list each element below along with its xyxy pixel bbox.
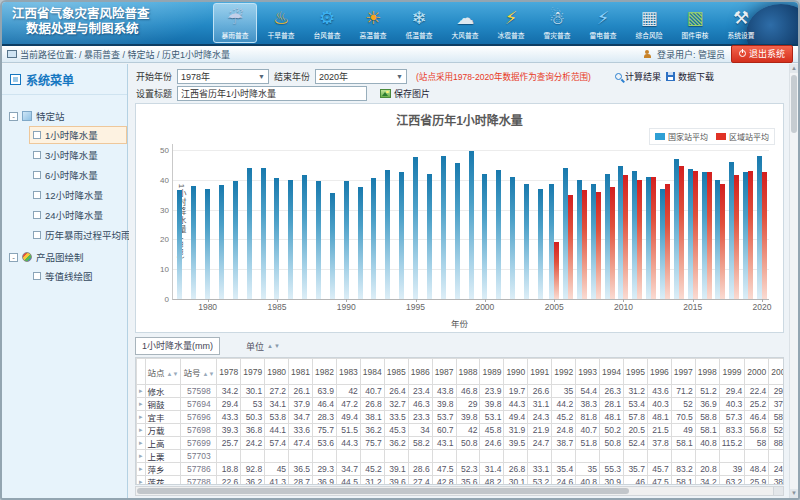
year-column-header[interactable]: 1983 <box>336 359 360 385</box>
year-column-header[interactable]: 1981 <box>289 359 313 385</box>
year-column-header[interactable]: 1992 <box>552 359 576 385</box>
station-id-column-header[interactable]: 站号▲▼ <box>181 359 217 385</box>
nav-item-gale-survey[interactable]: ☁大风普查 <box>443 3 487 43</box>
value-cell: 58 <box>745 437 769 450</box>
value-cell: 26.8 <box>504 463 528 476</box>
year-column-header[interactable]: 1987 <box>432 359 456 385</box>
tree-node-1[interactable]: -产品图绘制 <box>9 250 127 264</box>
expander-icon[interactable]: - <box>9 253 18 262</box>
table-row[interactable]: ▸宜丰5769643.350.353.834.728.349.438.133.5… <box>137 411 785 424</box>
nav-item-rainstorm-survey[interactable]: ☔暴雨普查 <box>213 3 257 43</box>
tree-leaf-等值线绘图[interactable]: 等值线绘图 <box>29 267 127 285</box>
nav-item-map-review[interactable]: ▧图件审核 <box>673 3 717 43</box>
row-expander-icon[interactable]: ▸ <box>137 424 146 437</box>
value-cell: 60.7 <box>432 424 456 437</box>
year-column-header[interactable]: 2001 <box>769 359 784 385</box>
station-column-header[interactable]: 站点▲▼ <box>145 359 181 385</box>
year-column-header[interactable]: 1980 <box>265 359 289 385</box>
year-column-header[interactable]: 1988 <box>456 359 480 385</box>
row-expander-icon[interactable]: ▸ <box>137 385 146 398</box>
table-row[interactable]: ▸莲花5778822.636.241.328.736.944.531.239.6… <box>137 476 785 486</box>
nav-item-lightning-survey[interactable]: ⚡雷电普查 <box>581 3 625 43</box>
hail-survey-icon: ⚡ <box>490 5 532 31</box>
year-column-header[interactable]: 1994 <box>600 359 624 385</box>
year-column-header[interactable]: 1998 <box>695 359 719 385</box>
year-column-header[interactable]: 2000 <box>745 359 769 385</box>
tree-node-0[interactable]: -特定站 <box>9 109 127 123</box>
x-tick-label: 1995 <box>406 302 425 312</box>
row-expander-icon[interactable]: ▸ <box>137 476 146 486</box>
year-column-header[interactable]: 1993 <box>576 359 600 385</box>
table-row[interactable]: ▸万载5769839.336.844.133.675.751.536.245.3… <box>137 424 785 437</box>
table-row[interactable]: ▸铜鼓5769429.45334.137.946.447.226.832.746… <box>137 398 785 411</box>
scroll-up-icon[interactable]: ▲ <box>790 64 798 73</box>
row-expander-icon[interactable]: ▸ <box>137 411 146 424</box>
year-column-header[interactable]: 1995 <box>624 359 648 385</box>
value-cell: 20.5 <box>624 424 648 437</box>
sidebar-tree: -特定站1小时降水量3小时降水量6小时降水量12小时降水量24小时降水量历年暴雨… <box>2 95 127 285</box>
tree-leaf-24小时降水量[interactable]: 24小时降水量 <box>29 206 127 224</box>
value-cell <box>480 450 504 463</box>
nav-item-drought-survey[interactable]: ♨干旱普查 <box>259 3 303 43</box>
year-column-header[interactable]: 1989 <box>480 359 504 385</box>
nav-item-low-temp-survey[interactable]: ❄低温普查 <box>397 3 441 43</box>
vertical-scrollbar[interactable]: ▲ ▼ <box>789 64 798 498</box>
value-cell: 36.2 <box>384 437 408 450</box>
year-column-header[interactable]: 1997 <box>671 359 695 385</box>
row-expander-icon[interactable]: ▸ <box>137 450 146 463</box>
value-cell: 53.6 <box>313 437 337 450</box>
row-expander-icon[interactable]: ▸ <box>137 437 146 450</box>
unit-filter-dropdown[interactable]: 单位 ▲▼ <box>246 340 281 353</box>
legend-entry-区域站平均[interactable]: 区域站平均 <box>716 131 769 142</box>
row-expander-icon[interactable]: ▸ <box>137 463 146 476</box>
rainstorm-survey-icon: ☔ <box>214 5 256 31</box>
legend-entry-国家站平均[interactable]: 国家站平均 <box>655 131 708 142</box>
year-column-header[interactable]: 1999 <box>719 359 745 385</box>
nav-item-label: 雪灾普查 <box>538 31 576 39</box>
chart-title-input[interactable] <box>177 86 367 101</box>
horizontal-scrollbar[interactable] <box>135 486 784 496</box>
nav-item-snow-survey[interactable]: ☃雪灾普查 <box>535 3 579 43</box>
tree-leaf-6小时降水量[interactable]: 6小时降水量 <box>29 166 127 184</box>
tree-leaf-3小时降水量[interactable]: 3小时降水量 <box>29 146 127 164</box>
year-column-header[interactable]: 1990 <box>504 359 528 385</box>
nav-item-system-settings[interactable]: ⚒系统设置 <box>719 3 763 43</box>
year-column-header[interactable]: 1991 <box>528 359 552 385</box>
value-cell: 53.1 <box>480 411 504 424</box>
nav-item-composite-risk[interactable]: ▦综合风险 <box>627 3 671 43</box>
row-expander-icon[interactable]: ▸ <box>137 398 146 411</box>
year-column-header[interactable]: 1982 <box>313 359 337 385</box>
year-column-header[interactable]: 1984 <box>360 359 384 385</box>
nav-item-typhoon-survey[interactable]: ⚙台风普查 <box>305 3 349 43</box>
scrollbar-corner <box>773 487 783 495</box>
table-row[interactable]: ▸上高5769925.724.257.447.453.644.375.736.2… <box>137 437 785 450</box>
scrollbar-thumb[interactable] <box>137 488 629 494</box>
table-row[interactable]: ▸上栗57703 <box>137 450 785 463</box>
logout-button[interactable]: 退出系统 <box>731 45 793 63</box>
nav-item-high-temp-survey[interactable]: ☀高温普查 <box>351 3 395 43</box>
year-column-header[interactable]: 1979 <box>241 359 265 385</box>
year-column-header[interactable]: 1996 <box>647 359 671 385</box>
calculate-button[interactable]: 计算结果 <box>615 70 661 83</box>
tree-leaf-12小时降水量[interactable]: 12小时降水量 <box>29 186 127 204</box>
unit-button[interactable]: 1小时降水量(mm) <box>135 337 220 355</box>
download-button[interactable]: 数据下载 <box>666 70 714 83</box>
start-year-select[interactable]: 1978年 ▼ <box>177 69 269 84</box>
end-year-select[interactable]: 2020年 ▼ <box>315 69 407 84</box>
bar-regional-2016 <box>707 172 712 299</box>
scroll-down-icon[interactable]: ▼ <box>790 489 798 498</box>
table-row[interactable]: ▸萍乡5778618.892.84536.529.334.745.239.128… <box>137 463 785 476</box>
year-column-header[interactable]: 1978 <box>217 359 241 385</box>
table-row[interactable]: ▸修水5759834.230.127.226.163.94240.726.423… <box>137 385 785 398</box>
scrollbar-thumb[interactable] <box>791 75 797 133</box>
save-image-button[interactable]: 保存图片 <box>380 87 430 100</box>
year-column-header[interactable]: 1986 <box>408 359 432 385</box>
expander-icon[interactable]: - <box>9 112 18 121</box>
doc-icon <box>33 131 41 139</box>
tree-leaf-1小时降水量[interactable]: 1小时降水量 <box>29 126 127 144</box>
tree-leaf-历年暴雨过程平均雨量[interactable]: 历年暴雨过程平均雨量 <box>29 226 127 244</box>
app-title-line2: 数据处理与制图系统 <box>12 22 150 37</box>
nav-item-hail-survey[interactable]: ⚡冰雹普查 <box>489 3 533 43</box>
chart-legend: 国家站平均区域站平均 <box>649 128 775 145</box>
year-column-header[interactable]: 1985 <box>384 359 408 385</box>
